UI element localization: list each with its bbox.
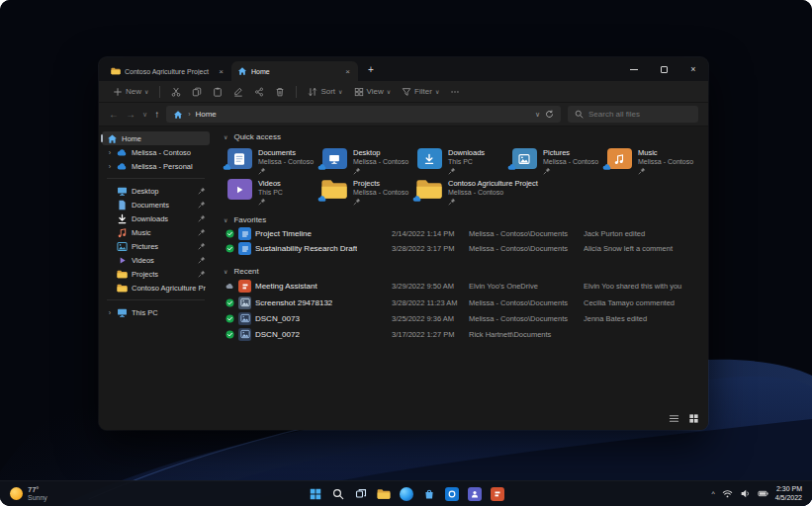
- file-row-screenshot-29478132[interactable]: Screenshot 29478132 3/28/2022 11:23 AM M…: [226, 295, 700, 310]
- back-button[interactable]: ←: [109, 110, 119, 120]
- more-options-button[interactable]: [446, 85, 464, 99]
- forward-button[interactable]: →: [126, 110, 135, 120]
- close-tab-icon[interactable]: ×: [217, 67, 226, 76]
- available-status-icon: [226, 298, 234, 307]
- file-row-dscn-0072[interactable]: DSCN_0072 3/17/2022 1:27 PM Rick Hartnet…: [226, 326, 700, 342]
- tile-desktop[interactable]: Desktop Melissa - Contoso: [320, 147, 415, 174]
- volume-icon[interactable]: [740, 488, 751, 499]
- close-button[interactable]: ×: [678, 57, 708, 81]
- sidebar-item-label: Downloads: [132, 214, 194, 223]
- tile-contoso-agriculture-project[interactable]: Contoso Agriculture Project Melissa - Co…: [415, 178, 538, 205]
- clock[interactable]: 2:30 PM 4/5/2022: [775, 485, 802, 502]
- view-button[interactable]: View ∨: [350, 85, 396, 99]
- refresh-button[interactable]: [545, 110, 554, 119]
- copy-button[interactable]: [188, 85, 206, 99]
- date: 4/5/2022: [775, 494, 802, 503]
- weather-widget[interactable]: 77° Sunny: [10, 485, 47, 502]
- file-name: Meeting Assistant: [255, 282, 317, 291]
- recent-locations-chevron[interactable]: ∨: [142, 110, 147, 120]
- breadcrumb[interactable]: › Home ∨: [166, 106, 561, 123]
- minimize-button[interactable]: [619, 57, 649, 81]
- section-header-recent[interactable]: ∨ Recent: [224, 265, 700, 278]
- section-title: Recent: [233, 267, 258, 276]
- tab-contoso-agriculture-project[interactable]: Contoso Agriculture Project ×: [105, 61, 231, 81]
- sidebar-item-this-pc[interactable]: › This PC: [102, 305, 210, 319]
- weather-condition: Sunny: [28, 494, 47, 502]
- tile-pictures[interactable]: Pictures Melissa - Contoso: [510, 147, 605, 174]
- pictures-folder-icon: [510, 147, 538, 169]
- share-button[interactable]: [250, 85, 268, 99]
- pin-icon: [638, 167, 645, 174]
- maximize-button[interactable]: [649, 57, 678, 81]
- delete-button[interactable]: [271, 85, 289, 99]
- new-button[interactable]: New ∨: [109, 85, 152, 99]
- sidebar-item-documents[interactable]: Documents: [102, 198, 210, 211]
- tile-name: Contoso Agriculture Project: [448, 179, 538, 188]
- tile-music[interactable]: Music Melissa - Contoso: [605, 147, 693, 174]
- address-dropdown-chevron[interactable]: ∨: [535, 111, 540, 119]
- downloads-folder-icon: [415, 147, 443, 169]
- sidebar-item-melissa-personal[interactable]: › Melissa - Personal: [102, 159, 210, 173]
- hidden-icons-chevron[interactable]: ^: [711, 490, 714, 497]
- close-tab-icon[interactable]: ×: [343, 67, 352, 76]
- edge-button[interactable]: [398, 485, 414, 502]
- file-name: Project Timeline: [255, 229, 312, 238]
- sort-button[interactable]: Sort ∨: [304, 85, 346, 99]
- tile-projects[interactable]: Projects Melissa - Contoso: [320, 178, 415, 205]
- expand-chevron-icon[interactable]: ›: [107, 309, 113, 316]
- sidebar-item-melissa-contoso[interactable]: › Melissa - Contoso: [102, 145, 210, 159]
- up-button[interactable]: ↑: [154, 110, 159, 120]
- file-row-meeting-assistant[interactable]: Meeting Assistant 3/29/2022 9:50 AM Elvi…: [226, 278, 700, 295]
- documents-folder-icon: [226, 147, 253, 169]
- teams-button[interactable]: [466, 485, 483, 502]
- large-thumbnails-view-button[interactable]: [688, 413, 699, 424]
- search-box[interactable]: [568, 106, 698, 123]
- sidebar-item-desktop[interactable]: Desktop: [102, 184, 210, 198]
- file-name: DSCN_0072: [255, 330, 300, 339]
- file-explorer-button[interactable]: [375, 485, 392, 502]
- sidebar-item-pictures[interactable]: Pictures: [102, 239, 210, 253]
- paste-button[interactable]: [209, 85, 226, 99]
- collapse-chevron-icon[interactable]: ∨: [224, 216, 227, 223]
- tile-documents[interactable]: Documents Melissa - Contoso: [226, 147, 320, 174]
- file-row-dscn-0073[interactable]: DSCN_0073 3/25/2022 9:36 AM Melissa - Co…: [226, 310, 700, 326]
- cut-button[interactable]: [167, 85, 185, 99]
- rename-button[interactable]: [229, 85, 247, 99]
- file-row-sustainability-research-draft[interactable]: Sustainability Research Draft 3/28/2022 …: [226, 241, 700, 256]
- sidebar-item-home[interactable]: Home: [102, 131, 210, 145]
- view-icon: [354, 87, 364, 97]
- section-header-favorites[interactable]: ∨ Favorites: [224, 213, 700, 226]
- sidebar-item-projects[interactable]: Projects: [102, 267, 210, 281]
- sidebar-item-downloads[interactable]: Downloads: [102, 211, 210, 225]
- tile-location: Melissa - Contoso: [543, 158, 598, 165]
- expand-chevron-icon[interactable]: ›: [107, 163, 113, 170]
- tab-home[interactable]: Home ×: [231, 61, 358, 81]
- network-icon[interactable]: [722, 488, 733, 499]
- battery-icon[interactable]: [758, 488, 768, 499]
- file-activity: Alicia Snow left a comment: [584, 244, 700, 253]
- filter-button[interactable]: Filter ∨: [398, 85, 443, 99]
- tile-downloads[interactable]: Downloads This PC: [415, 147, 510, 174]
- breadcrumb-segment[interactable]: Home: [195, 110, 216, 119]
- sidebar-item-music[interactable]: Music: [102, 225, 210, 239]
- pictures-icon: [117, 241, 128, 252]
- file-row-project-timeline[interactable]: Project Timeline 2/14/2022 1:14 PM Melis…: [226, 226, 700, 241]
- folder-icon: [415, 178, 443, 201]
- sidebar-item-contoso-agriculture-project[interactable]: Contoso Agriculture Project: [102, 281, 210, 295]
- details-view-button[interactable]: [669, 413, 679, 424]
- section-header-quick-access[interactable]: ∨ Quick access: [224, 130, 700, 143]
- task-view-button[interactable]: [352, 485, 369, 502]
- tab-label: Contoso Agriculture Project: [125, 68, 213, 75]
- sidebar-item-videos[interactable]: Videos: [102, 253, 210, 267]
- collapse-chevron-icon[interactable]: ∨: [224, 268, 227, 275]
- store-button[interactable]: [420, 485, 437, 502]
- expand-chevron-icon[interactable]: ›: [107, 149, 113, 156]
- search-input[interactable]: [588, 110, 691, 119]
- start-button[interactable]: [307, 485, 323, 502]
- tile-videos[interactable]: Videos This PC: [226, 178, 320, 205]
- collapse-chevron-icon[interactable]: ∨: [224, 133, 227, 140]
- search-button[interactable]: [329, 485, 346, 502]
- outlook-button[interactable]: [443, 485, 460, 502]
- powerpoint-button[interactable]: [489, 485, 505, 502]
- new-tab-button[interactable]: +: [363, 62, 379, 78]
